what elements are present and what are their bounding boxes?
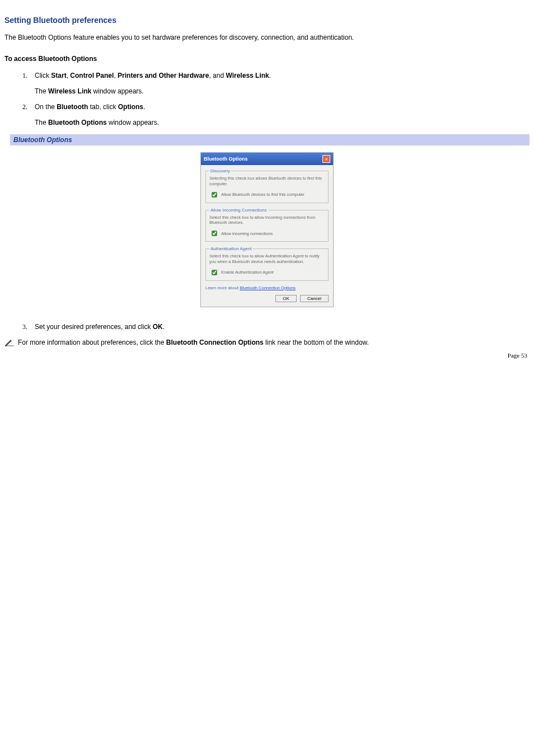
step-2-text: On the Bluetooth tab, click Options. [35, 103, 530, 111]
bluetooth-connection-options-link[interactable]: Bluetooth Connection Options [240, 285, 296, 290]
pencil-note-icon [4, 339, 15, 346]
dialog-title-text: Bluetooth Options [204, 156, 248, 162]
step-3: 3. Set your desired preferences, and cli… [22, 323, 530, 331]
auth-checkbox[interactable] [212, 270, 217, 275]
incoming-fieldset: Allow Incoming Connections Select this c… [205, 208, 329, 242]
step-2-result: The Bluetooth Options window appears. [35, 119, 530, 126]
step-3-marker: 3. [22, 323, 27, 331]
auth-fieldset: Authentication Agent Select this check b… [205, 246, 329, 281]
step-2: 2. On the Bluetooth tab, click Options. … [22, 103, 530, 126]
auth-legend: Authentication Agent [209, 246, 252, 251]
auth-checkbox-label: Enable Authentication Agent [221, 270, 274, 275]
dialog-titlebar: Bluetooth Options × [201, 153, 333, 165]
discovery-fieldset: Discovery Selecting this check box allow… [205, 168, 329, 203]
page-number: Page 53 [508, 352, 527, 359]
ok-button[interactable]: OK [275, 295, 297, 302]
step-2-marker: 2. [22, 103, 27, 111]
cancel-button[interactable]: Cancel [300, 295, 329, 302]
bluetooth-options-dialog: Bluetooth Options × Discovery Selecting … [200, 152, 334, 307]
incoming-description: Select this check box to allow incoming … [209, 215, 325, 226]
incoming-checkbox[interactable] [212, 231, 217, 236]
discovery-checkbox-label: Allow Bluetooth devices to find this com… [221, 192, 305, 197]
discovery-legend: Discovery [209, 168, 231, 173]
step-1-text: Click Start, Control Panel, Printers and… [35, 72, 530, 79]
step-1-result: The Wireless Link window appears. [35, 87, 530, 95]
learn-more-text: Learn more about Bluetooth Connection Op… [205, 285, 329, 290]
note-block: For more information about preferences, … [4, 339, 530, 346]
close-icon[interactable]: × [322, 155, 330, 163]
figure-caption: Bluetooth Options [10, 134, 530, 145]
step-1: 1. Click Start, Control Panel, Printers … [22, 72, 530, 95]
note-text: For more information about preferences, … [18, 339, 369, 346]
step-1-marker: 1. [22, 72, 27, 80]
incoming-checkbox-label: Allow incoming connections [221, 231, 273, 236]
auth-description: Select this check box to allow Authentic… [209, 253, 325, 265]
section-subheading: To access Bluetooth Options [4, 55, 530, 63]
incoming-legend: Allow Incoming Connections [209, 208, 268, 213]
discovery-description: Selecting this check box allows Bluetoot… [209, 176, 325, 187]
intro-paragraph: The Bluetooth Options feature enables yo… [4, 34, 530, 41]
page-title: Setting Bluetooth preferences [4, 16, 530, 25]
step-3-text: Set your desired preferences, and click … [35, 323, 530, 331]
discovery-checkbox[interactable] [212, 192, 217, 198]
